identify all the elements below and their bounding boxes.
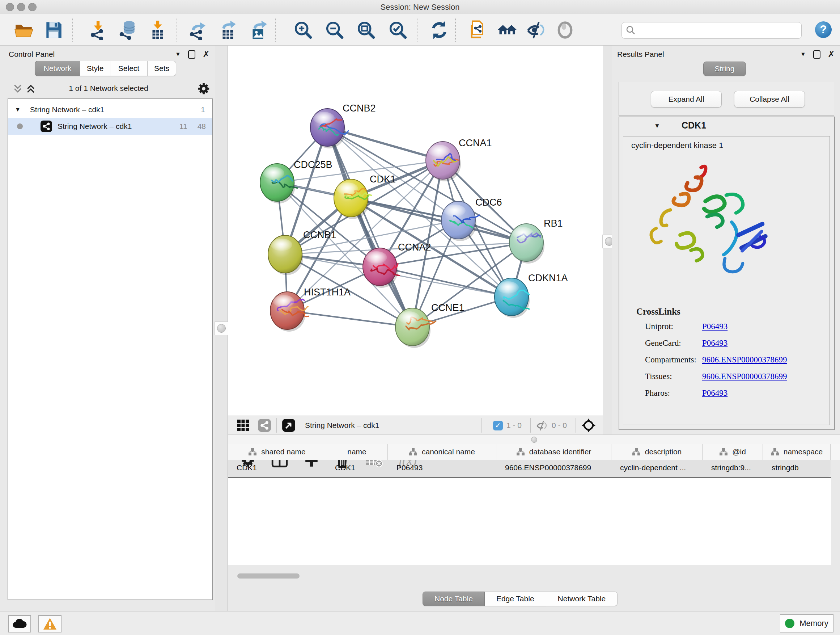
import-network-button[interactable] xyxy=(87,19,109,41)
table-cell[interactable]: stringdb:9... xyxy=(703,460,763,476)
tab-select[interactable]: Select xyxy=(111,61,148,76)
collapse-all-tree-icon[interactable] xyxy=(12,83,23,94)
birdseye-crosshair-icon[interactable] xyxy=(581,418,596,433)
panel-float-icon[interactable] xyxy=(813,50,821,59)
panel-close-icon[interactable]: ✗ xyxy=(202,50,210,59)
node-CDK1[interactable] xyxy=(334,179,371,219)
crosslink-link[interactable]: 9606.ENSP00000378699 xyxy=(702,355,787,364)
zoom-fit-button[interactable] xyxy=(355,19,377,41)
table-cell[interactable]: cyclin-dependent ... xyxy=(611,460,703,476)
cloud-status-button[interactable] xyxy=(8,615,31,632)
splitter-handle[interactable] xyxy=(215,321,228,335)
detach-view-icon[interactable] xyxy=(282,418,295,432)
selected-counts: 1 - 0 xyxy=(507,421,522,430)
column-header-description[interactable]: description xyxy=(611,444,703,460)
column-header-label: @id xyxy=(732,448,746,456)
grid-view-icon[interactable] xyxy=(237,419,249,432)
open-session-button[interactable] xyxy=(13,19,35,41)
edge-HIST1H1A-CCNE1[interactable] xyxy=(287,310,412,327)
zoom-selected-button[interactable] xyxy=(387,19,409,41)
crosslink-link[interactable]: 9606.ENSP00000378699 xyxy=(702,372,787,381)
apply-layout-button[interactable] xyxy=(428,19,450,41)
table-horizontal-scrollbar[interactable] xyxy=(237,573,300,578)
import-table-icon xyxy=(148,20,168,40)
edge-CCNA2-CDKN1A[interactable] xyxy=(380,267,512,297)
table-cell[interactable]: P06493 xyxy=(388,460,496,476)
splitter-handle[interactable] xyxy=(531,437,537,443)
left-splitter[interactable] xyxy=(215,46,228,611)
panel-close-icon[interactable]: ✗ xyxy=(828,50,835,59)
node-CCNA2[interactable] xyxy=(363,248,400,288)
node-RB1[interactable] xyxy=(509,224,545,264)
column-header-canonical-name[interactable]: canonical name xyxy=(388,444,496,460)
export-table-button[interactable] xyxy=(217,19,239,41)
tree-expand-icon[interactable]: ▼ xyxy=(15,106,21,113)
node-CDKN1A[interactable] xyxy=(494,278,530,318)
control-panel-title: Control Panel xyxy=(9,50,55,59)
zoom-out-button[interactable] xyxy=(324,19,346,41)
selected-checkbox[interactable]: ✓ xyxy=(493,421,503,431)
table-cell[interactable]: stringdb xyxy=(763,460,831,476)
node-CCNB2[interactable] xyxy=(310,109,348,149)
node-CDC6[interactable] xyxy=(441,201,479,241)
table-row[interactable]: CDK1CDK1P064939606.ENSP00000378699cyclin… xyxy=(228,460,840,476)
column-header-namespace[interactable]: namespace xyxy=(763,444,831,460)
table-cell[interactable]: CDK1 xyxy=(228,460,326,476)
expand-all-tree-icon[interactable] xyxy=(25,83,36,94)
column-header-name[interactable]: name xyxy=(326,444,388,460)
panel-menu-icon[interactable]: ▼ xyxy=(800,51,806,57)
expand-all-button[interactable]: Expand All xyxy=(651,91,722,108)
help-button[interactable]: ? xyxy=(815,21,832,38)
string-network-icon xyxy=(40,120,52,133)
results-content-box: ▼ CDK1 cyclin-dependent kinase 1 xyxy=(619,117,835,430)
import-table-button[interactable] xyxy=(147,19,169,41)
node-CCNB1[interactable] xyxy=(268,235,303,275)
import-database-button[interactable] xyxy=(117,19,139,41)
hidden-eye-icon[interactable] xyxy=(536,420,548,431)
panel-float-icon[interactable] xyxy=(188,50,195,59)
column-header--id[interactable]: @id xyxy=(703,444,763,460)
tab-network-table[interactable]: Network Table xyxy=(546,592,618,606)
tab-style[interactable]: Style xyxy=(80,61,111,76)
collapse-all-button[interactable]: Collapse All xyxy=(734,91,805,108)
save-session-button[interactable] xyxy=(43,19,65,41)
tab-sets[interactable]: Sets xyxy=(148,61,176,76)
tab-edge-table[interactable]: Edge Table xyxy=(485,592,546,606)
export-network-button[interactable] xyxy=(187,19,208,41)
duplicate-network-button[interactable] xyxy=(467,19,489,41)
network-canvas[interactable]: CCNB2CCNA1CDC25BCDK1CDC6RB1CCNB1CCNA2CDK… xyxy=(228,46,603,416)
tab-network[interactable]: Network xyxy=(35,61,80,76)
memory-button[interactable]: Memory xyxy=(780,614,834,632)
tab-string[interactable]: String xyxy=(703,62,746,76)
gear-icon[interactable] xyxy=(197,82,210,96)
zoom-in-button[interactable] xyxy=(292,19,314,41)
export-image-button[interactable] xyxy=(248,19,269,41)
column-header-database-identifier[interactable]: database identifier xyxy=(496,444,611,460)
network-view-title: String Network – cdk1 xyxy=(305,421,379,430)
search-input[interactable] xyxy=(640,23,801,38)
hide-selected-button[interactable] xyxy=(525,19,547,41)
search-box[interactable] xyxy=(622,22,802,39)
crosslink-link[interactable]: P06493 xyxy=(702,388,728,398)
crosslink-link[interactable]: P06493 xyxy=(702,339,728,348)
node-HIST1H1A[interactable] xyxy=(270,292,309,332)
show-all-button[interactable] xyxy=(554,19,576,41)
first-neighbors-button[interactable] xyxy=(496,19,518,41)
panel-menu-icon[interactable]: ▼ xyxy=(175,51,181,57)
horizontal-splitter[interactable] xyxy=(228,434,840,445)
network-row[interactable]: String Network – cdk1 11 48 xyxy=(8,118,212,135)
crosslink-link[interactable]: P06493 xyxy=(702,322,728,331)
table-cell[interactable]: CDK1 xyxy=(326,460,388,476)
table-cell[interactable]: 9606.ENSP00000378699 xyxy=(496,460,611,476)
section-collapse-icon[interactable]: ▼ xyxy=(654,122,660,130)
node-CCNA1[interactable] xyxy=(426,141,461,181)
gene-section-title[interactable]: CDK1 xyxy=(682,120,706,131)
results-panel-tabs: String xyxy=(703,62,746,76)
network-collection-row[interactable]: ▼ String Network – cdk1 1 xyxy=(8,101,212,118)
export-network-icon xyxy=(187,20,208,40)
warning-status-button[interactable] xyxy=(38,615,62,632)
tab-node-table[interactable]: Node Table xyxy=(423,592,485,606)
share-view-icon[interactable] xyxy=(257,418,271,432)
node-label-CCNE1: CCNE1 xyxy=(431,302,464,313)
column-header-shared-name[interactable]: shared name xyxy=(228,444,326,460)
